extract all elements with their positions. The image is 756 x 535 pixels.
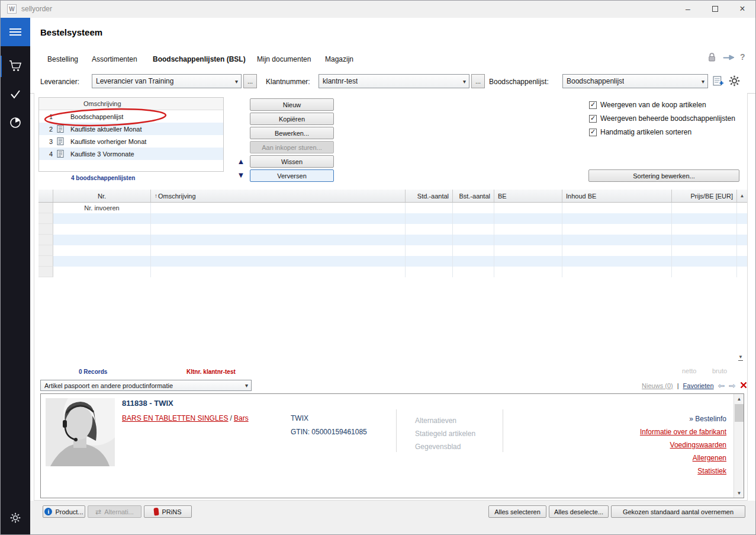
table-row: [38, 245, 747, 256]
wissen-button[interactable]: Wissen: [250, 155, 334, 168]
col-header-inhoud-be[interactable]: Inhoud BE: [562, 190, 672, 202]
swap-icon: ⇄: [95, 508, 101, 516]
verversen-button[interactable]: Verversen: [250, 169, 334, 182]
voedingswaarden-link[interactable]: Voedingswaarden: [640, 438, 726, 451]
table-row: [38, 224, 747, 235]
product-info-select[interactable]: Artikel paspoort en andere productinform…: [40, 380, 252, 391]
pie-chart-icon: [9, 117, 21, 130]
previous-article-icon[interactable]: ⇦: [718, 381, 725, 390]
title-bar: W sellyorder – ×: [0, 0, 756, 18]
table-row: [38, 267, 747, 277]
checkbox-checked-icon: ✓: [589, 129, 597, 136]
col-header-omschrijving[interactable]: ↑Omschrijving: [151, 190, 406, 202]
row-selector-header: [38, 190, 53, 202]
klantnummer-browse-button[interactable]: ...: [471, 74, 485, 88]
nieuw-button[interactable]: Nieuw: [250, 98, 334, 111]
checkbox-koop-artikelen[interactable]: ✓ Weergeven van de koop artikelen: [589, 100, 706, 110]
forward-arrow-icon[interactable]: [723, 53, 735, 63]
minimize-button[interactable]: –: [674, 0, 702, 18]
list-item-kaufliste-aktueller[interactable]: 2 Kaufliste aktueller Monat: [39, 123, 223, 135]
help-icon[interactable]: ?: [740, 52, 745, 62]
table-row: [38, 235, 747, 245]
boodschappenlijst-select[interactable]: Boodschappenlijst ▾: [562, 74, 708, 88]
close-product-info-icon[interactable]: [740, 382, 747, 390]
nr-entry-cell[interactable]: Nr. invoeren: [53, 203, 151, 213]
sidebar-item-bevestigen[interactable]: [0, 82, 30, 108]
move-up-button[interactable]: ▲: [236, 156, 246, 167]
alternatief-button: ⇄ Alternati...: [88, 505, 141, 518]
table-row: [38, 213, 747, 224]
page-title: Bestelsysteem: [40, 27, 102, 37]
leverancier-browse-button[interactable]: ...: [243, 74, 257, 88]
divider: [396, 409, 397, 452]
list-item-boodschappenlijst[interactable]: 1 Boodschappenlijst: [39, 110, 223, 123]
alles-deselecteren-button[interactable]: Alles deselecte...: [549, 505, 609, 518]
list-item-kaufliste-vorheriger[interactable]: 3 Kaufliste vorheriger Monat: [39, 135, 223, 148]
leverancier-select[interactable]: Leverancier van Training ▾: [92, 74, 242, 88]
col-header-prijs-be[interactable]: Prijs/BE [EUR]: [672, 190, 737, 202]
col-header-be[interactable]: BE: [494, 190, 562, 202]
prins-button[interactable]: PRiNS: [144, 505, 192, 518]
sortering-bewerken-button[interactable]: Sortering bewerken...: [588, 169, 739, 182]
chevron-down-icon: ▾: [242, 382, 248, 389]
maximize-button[interactable]: [702, 0, 729, 18]
allergenen-link[interactable]: Allergenen: [640, 451, 726, 464]
product-category-line: BARS EN TABLETTEN SINGLES/Bars: [122, 414, 249, 422]
close-button[interactable]: ×: [729, 0, 756, 18]
row-selector[interactable]: [38, 203, 53, 213]
cart-icon: [9, 60, 22, 73]
category-link[interactable]: BARS EN TABLETTEN SINGLES: [122, 414, 229, 422]
product-panel-scrollbar[interactable]: ▲ ▼: [734, 394, 744, 498]
fabrikant-info-link[interactable]: Informatie over de fabrikant: [640, 425, 726, 438]
sidebar-item-statistiek[interactable]: [0, 110, 30, 136]
product-button[interactable]: i Product...: [43, 505, 85, 518]
info-icon: i: [44, 508, 52, 515]
product-gtin: GTIN: 05000159461085: [291, 428, 367, 436]
checkbox-handmatig-sorteren[interactable]: ✓ Handmatig artikelen sorteren: [589, 127, 691, 137]
checkbox-beheerde-lijsten[interactable]: ✓ Weergeven beheerde boodschappenlijsten: [589, 114, 735, 123]
tab-mijn-documenten[interactable]: Mijn documenten: [257, 55, 311, 63]
add-list-icon[interactable]: [713, 75, 724, 88]
title-bar-left: W sellyorder: [0, 4, 52, 14]
tab-bestelling[interactable]: Bestelling: [47, 55, 78, 63]
table-scroll-up-button[interactable]: ▲: [737, 190, 747, 202]
move-down-button[interactable]: ▼: [236, 170, 246, 181]
list-item-kaufliste-3-vormonate[interactable]: 4 Kaufliste 3 Vormonate: [39, 148, 223, 160]
app-icon: W: [7, 4, 17, 14]
tab-assortimenten[interactable]: Assortimenten: [92, 55, 137, 63]
bestelinfo-link[interactable]: » Bestelinfo: [640, 412, 726, 425]
records-count: 0 Records: [79, 369, 107, 375]
scrollbar-thumb[interactable]: [735, 404, 744, 422]
table-entry-row[interactable]: Nr. invoeren: [38, 203, 747, 213]
nieuws-link[interactable]: Nieuws (0): [642, 382, 673, 389]
statistiek-link[interactable]: Statistiek: [640, 464, 726, 478]
list-count-label: 4 boodschappenlijsten: [71, 175, 135, 181]
divider: [503, 409, 503, 452]
kopieren-button[interactable]: Kopiëren: [250, 113, 334, 125]
favorieten-link[interactable]: Favorieten: [683, 382, 714, 389]
list-column-header[interactable]: Omschrijving: [39, 98, 223, 110]
col-header-nr[interactable]: Nr.: [53, 190, 151, 202]
klantnummer-select[interactable]: klantnr-test ▾: [319, 74, 469, 88]
col-header-bst-aantal[interactable]: Bst.-aantal: [453, 190, 494, 202]
lock-icon[interactable]: [707, 52, 716, 64]
gegevensblad-link: Gegevensblad: [415, 440, 475, 453]
col-header-std-aantal[interactable]: Std.-aantal: [406, 190, 453, 202]
tab-boodschappenlijsten[interactable]: Boodschappenlijsten (BSL): [153, 55, 246, 63]
tab-magazijn[interactable]: Magazijn: [325, 55, 353, 63]
standaard-aantal-button[interactable]: Gekozen standaard aantal overnemen: [611, 505, 745, 518]
list-settings-gear-icon[interactable]: [728, 75, 741, 89]
bewerken-button[interactable]: Bewerken...: [250, 127, 334, 139]
sidebar-item-bestellen[interactable]: [0, 53, 30, 79]
scroll-down-icon[interactable]: ▼: [734, 488, 744, 498]
alles-selecteren-button[interactable]: Alles selecteren: [488, 505, 546, 518]
table-scroll-down-button[interactable]: ▼: [738, 354, 743, 361]
sort-ascending-icon: ↑: [155, 193, 157, 199]
maximize-icon: [712, 6, 718, 12]
next-article-icon[interactable]: ⇨: [729, 381, 736, 390]
window-controls: – ×: [674, 0, 756, 18]
subcategory-link[interactable]: Bars: [234, 414, 249, 422]
sidebar-item-settings[interactable]: [0, 505, 30, 531]
scroll-up-icon[interactable]: ▲: [734, 394, 744, 403]
sidebar-menu-button[interactable]: [0, 18, 30, 46]
